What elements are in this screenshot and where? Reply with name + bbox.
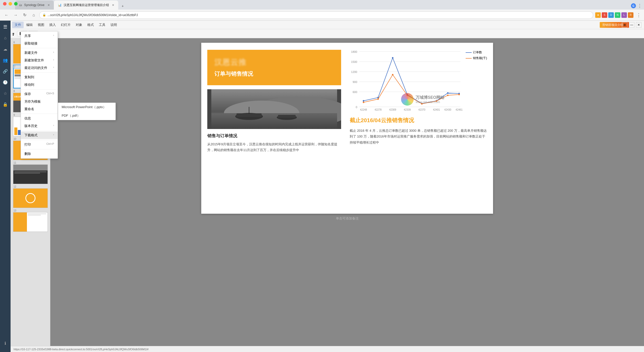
svg-point-44 xyxy=(447,95,449,96)
lock-icon: 🔒 xyxy=(43,13,46,17)
svg-text:1800: 1800 xyxy=(351,50,357,53)
people-icon[interactable]: 👥 xyxy=(2,56,9,64)
menu-edit[interactable]: 编辑 xyxy=(24,22,35,28)
svg-point-45 xyxy=(458,94,460,95)
menu-print[interactable]: 打印Ctrl+P xyxy=(21,141,58,148)
menu-save[interactable]: 保存Ctrl+S xyxy=(21,90,58,98)
toolbar-drag-icon[interactable]: ▪ xyxy=(13,33,14,34)
ext-icon-2[interactable]: S xyxy=(602,12,607,18)
menu-share[interactable]: 共享› xyxy=(21,32,58,40)
menu-rename[interactable]: 重命名 xyxy=(21,105,58,113)
slide-chart-title: 截止2016/04云推销售情况 xyxy=(350,117,487,124)
slide-photo-box xyxy=(207,89,341,129)
menu-slideshow[interactable]: 幻灯片 xyxy=(58,22,73,28)
hamburger-icon[interactable]: ☰ xyxy=(2,23,9,31)
close-window-btn[interactable] xyxy=(3,2,7,6)
lock-sidebar-icon[interactable]: 🔒 xyxy=(2,101,9,108)
menu-delete[interactable]: 删除 xyxy=(21,150,58,158)
svg-point-30 xyxy=(363,100,364,102)
window-ctrl-area: ⊞ — ✕ xyxy=(622,22,641,28)
menu-copy-to[interactable]: 复制到 xyxy=(21,73,58,81)
back-btn[interactable]: ← xyxy=(3,12,10,19)
ext-icon-4[interactable]: N xyxy=(615,12,620,18)
file-menu-section-3: 复制到 移动到 xyxy=(21,73,58,90)
file-menu-section-6: 下载格式› xyxy=(21,131,58,140)
maximize-window-btn[interactable] xyxy=(14,2,18,6)
svg-rect-6 xyxy=(236,113,262,117)
minimize-window-btn[interactable] xyxy=(9,2,12,6)
view-toggle-1[interactable]: ⊞ xyxy=(622,22,627,28)
slide-section-text: 从2015年9月项目立项至今，汉恩云推在很短的时间内完成上线并运营获利，伴随知名… xyxy=(207,141,341,153)
slide-thumb-11[interactable]: 11 xyxy=(13,161,48,184)
menu-info[interactable]: 信息 xyxy=(21,115,58,122)
menu-insert[interactable]: 插入 xyxy=(47,22,58,28)
reload-btn[interactable]: ↻ xyxy=(21,12,28,19)
status-bar: https://10-117-125-2333xf1988-beta.direc… xyxy=(11,346,644,352)
svg-rect-9 xyxy=(278,115,296,118)
submenu-pdf[interactable]: PDF（.pdf） xyxy=(58,111,115,120)
submenu-pptx[interactable]: Microsoft PowerPoint（.pptx） xyxy=(58,103,115,111)
address-bar[interactable]: 🔒 ...oo/r/i2fLpHeSph0JAL0fQWuSfO6ldb506M… xyxy=(39,11,593,19)
home-sidebar-icon[interactable]: ⌂ xyxy=(2,34,9,42)
menu-version-history[interactable]: 版本历史› xyxy=(21,122,58,130)
slide-text-section: 销售与订单情况 从2015年9月项目立项至今，汉恩云推在很短的时间内完成上线并运… xyxy=(207,133,341,153)
menu-download-format[interactable]: 下载格式› xyxy=(21,131,58,139)
watermark-text-area: 万域博SEO网站 www.old-wan.com xyxy=(416,95,444,104)
ext-icon-1[interactable]: ★ xyxy=(595,12,601,18)
menu-new-file[interactable]: 新建文件› xyxy=(21,49,58,57)
toolbar: ▪ ⬛ ▾ ↔ ▾ 🖼 xyxy=(11,29,644,38)
tab-close-synology[interactable]: ✕ xyxy=(48,4,50,7)
profile-icon[interactable]: G xyxy=(631,3,636,8)
tab-favicon-synology: 🗂 xyxy=(19,3,22,7)
new-tab-btn[interactable]: + xyxy=(119,3,126,10)
more-btn[interactable]: ⋮ xyxy=(636,12,641,18)
ext-icon-5[interactable]: L xyxy=(621,12,627,18)
svg-point-36 xyxy=(447,92,449,94)
svg-point-39 xyxy=(377,98,379,100)
menu-view[interactable]: 视图 xyxy=(35,22,47,28)
star-icon[interactable]: ☆ xyxy=(2,90,9,97)
svg-text:900: 900 xyxy=(353,80,357,83)
svg-rect-4 xyxy=(211,113,337,129)
menu-save-as-template[interactable]: 另存为模板 xyxy=(21,98,58,105)
svg-point-40 xyxy=(392,74,393,75)
chart-legend: 订单数 销售额(千) xyxy=(466,50,487,60)
menu-move-to[interactable]: 移动到 xyxy=(21,81,58,89)
svg-text:42339: 42339 xyxy=(404,108,411,111)
legend-orders: 订单数 xyxy=(473,50,482,55)
slide-left-section: 汉恩云推 订单与销售情况 xyxy=(201,43,347,214)
tab-synology-drive[interactable]: 🗂 Synology Drive ✕ xyxy=(15,1,54,10)
view-toggle-3[interactable]: ✕ xyxy=(636,22,641,28)
tab-close-pres[interactable]: ✕ xyxy=(112,4,114,7)
slide-thumb-12[interactable]: 12 xyxy=(13,185,48,208)
menu-get-link[interactable]: 获取链接 xyxy=(21,40,58,47)
menu-format[interactable]: 格式 xyxy=(85,22,96,28)
forward-btn[interactable]: → xyxy=(12,12,19,19)
menu-object[interactable]: 对象 xyxy=(73,22,85,28)
link-icon[interactable]: 🔗 xyxy=(2,67,9,75)
svg-point-32 xyxy=(392,57,393,59)
svg-text:0: 0 xyxy=(356,106,357,109)
status-url: https://10-117-125-2333xf1988-beta.direc… xyxy=(14,348,149,351)
menu-recent-files[interactable]: 最近访问的文件› xyxy=(21,64,58,72)
tab-presentation[interactable]: 📊 汉恩互联网项目运营管理项目介绍 ✕ xyxy=(54,1,118,10)
menu-file[interactable]: 文件 xyxy=(12,22,24,28)
clock-icon[interactable]: 🕐 xyxy=(2,78,9,86)
info-icon[interactable]: ℹ xyxy=(2,339,9,347)
cloud-icon[interactable]: ☁ xyxy=(2,45,9,53)
settings-icon[interactable]: ⋮ xyxy=(637,3,642,9)
slide-right-section: 订单数 销售额(千) 1800 xyxy=(347,43,493,214)
slide-thumb-13[interactable]: 13 xyxy=(13,209,48,232)
ext-icon-3[interactable]: D xyxy=(608,12,614,18)
view-toggle-2[interactable]: — xyxy=(629,22,634,28)
home-btn[interactable]: ⌂ xyxy=(30,12,37,19)
tab-favicon-pres: 📊 xyxy=(58,3,62,7)
tab-label-synology: Synology Drive xyxy=(24,3,45,7)
menu-tools[interactable]: 工具 xyxy=(96,22,108,28)
file-menu-section-8: 删除 xyxy=(21,149,58,158)
tab-label-pres: 汉恩互联网项目运营管理项目介绍 xyxy=(64,3,109,7)
ext-icon-6[interactable]: R xyxy=(628,12,633,18)
menu-help[interactable]: 说明 xyxy=(108,22,119,28)
menu-new-encrypted[interactable]: 新建加密文件› xyxy=(21,57,58,64)
app-menu-bar: 文件 编辑 视图 插入 幻灯片 对象 格式 工具 说明 营销部项目介绍－ ⊞ —… xyxy=(11,21,644,29)
